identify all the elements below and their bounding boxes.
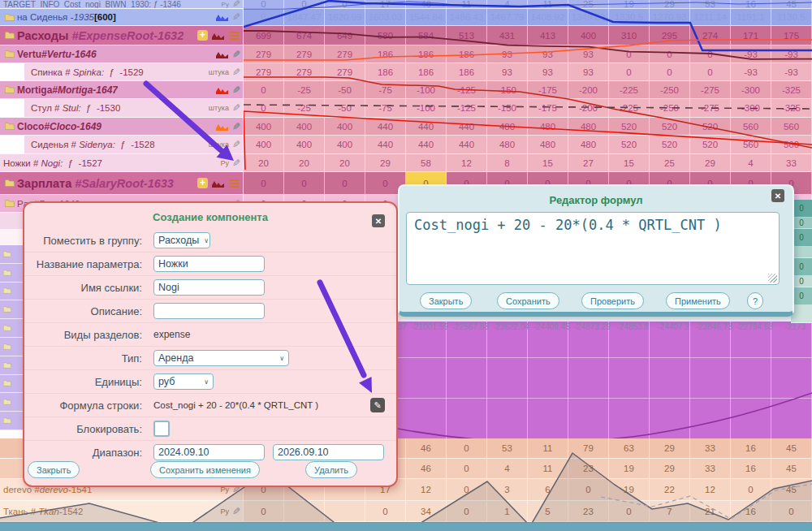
- grid-cell[interactable]: 5: [528, 501, 568, 522]
- grid-cell[interactable]: 29: [650, 0, 690, 9]
- grid-cell[interactable]: 175: [771, 26, 812, 45]
- pencil-icon[interactable]: ✎: [232, 63, 240, 81]
- pencil-icon[interactable]: ✎: [232, 9, 240, 26]
- pencil-icon[interactable]: ✎: [232, 118, 240, 136]
- grid-cell[interactable]: 19: [609, 459, 650, 479]
- row-label-cell[interactable]: Спинка # Spinka: ƒ -1529штука✎: [0, 63, 244, 81]
- chart-icon[interactable]: [212, 32, 224, 40]
- grid-cell[interactable]: 0: [731, 479, 771, 501]
- grid-cell[interactable]: 63: [609, 438, 650, 459]
- grid-cell[interactable]: 560: [731, 136, 771, 154]
- grid-cell[interactable]: 186: [406, 45, 447, 63]
- menu-icon[interactable]: [229, 179, 240, 188]
- grid-cell[interactable]: 279: [325, 63, 365, 81]
- folder-icon[interactable]: [5, 123, 15, 130]
- close-dialog-button[interactable]: Закрыть: [28, 461, 80, 478]
- grid-cell[interactable]: 23: [568, 501, 609, 522]
- row-label-cell[interactable]: Ткань # Tkan-1542Ру✎: [0, 501, 244, 522]
- row-label-cell[interactable]: Расходы #ExpenseRoot-1632+: [0, 26, 244, 45]
- grid-cell[interactable]: 413: [528, 26, 568, 45]
- grid-cell[interactable]: -93: [731, 45, 771, 63]
- grid-cell[interactable]: 33: [690, 459, 731, 479]
- grid-cell[interactable]: 400: [284, 136, 325, 154]
- pencil-icon[interactable]: ✎: [232, 81, 240, 99]
- grid-cell[interactable]: 279: [284, 63, 325, 81]
- save-changes-button[interactable]: Сохранить изменения: [150, 461, 260, 478]
- grid-cell[interactable]: 0: [609, 501, 650, 522]
- grid-cell[interactable]: 400: [568, 26, 609, 45]
- grid-cell[interactable]: -25: [284, 81, 325, 99]
- grid-cell[interactable]: 0: [244, 9, 284, 26]
- grid-cell[interactable]: 520: [609, 136, 650, 154]
- grid-cell[interactable]: 4: [487, 459, 528, 479]
- grid-cell[interactable]: 53: [690, 0, 731, 9]
- check-button[interactable]: Проверить: [581, 292, 644, 309]
- grid-cell[interactable]: 279: [325, 45, 365, 63]
- chart-icon[interactable]: [216, 13, 228, 21]
- grid-cell[interactable]: 520: [690, 118, 731, 136]
- grid-cell[interactable]: 279: [244, 63, 284, 81]
- grid-cell[interactable]: 1330.5: [609, 9, 650, 26]
- grid-cell[interactable]: 649: [325, 26, 365, 45]
- chart-icon[interactable]: [216, 123, 228, 131]
- grid-cell[interactable]: 295: [650, 26, 690, 45]
- grid-cell[interactable]: 27: [568, 154, 609, 172]
- folder-icon[interactable]: [5, 32, 15, 39]
- grid-cell[interactable]: 20: [325, 154, 365, 172]
- grid-cell[interactable]: 400: [244, 136, 284, 154]
- grid-cell[interactable]: -225: [609, 81, 650, 99]
- grid-cell[interactable]: 46: [406, 438, 447, 459]
- apply-button[interactable]: Применить: [666, 292, 730, 309]
- pencil-icon[interactable]: ✎: [232, 501, 240, 522]
- grid-cell[interactable]: 1467.79: [487, 9, 528, 26]
- row-label-cell[interactable]: на Сиденья -1935[600]✎: [0, 9, 244, 26]
- grid-cell[interactable]: 93: [487, 45, 528, 63]
- row-label-cell[interactable]: Стул # Stul: ƒ -1530штука✎: [0, 99, 244, 118]
- grid-cell[interactable]: 1191.1: [731, 9, 771, 26]
- pencil-icon[interactable]: ✎: [232, 99, 240, 118]
- grid-cell[interactable]: 45: [771, 0, 812, 9]
- grid-cell[interactable]: -150: [487, 81, 528, 99]
- grid-cell[interactable]: 16: [731, 459, 771, 479]
- grid-cell[interactable]: 513: [447, 26, 487, 45]
- grid-cell[interactable]: 93: [528, 63, 568, 81]
- grid-cell[interactable]: -93: [771, 45, 812, 63]
- chart-icon[interactable]: [212, 179, 224, 188]
- grid-cell[interactable]: 520: [609, 118, 650, 136]
- grid-cell[interactable]: 1349.83: [568, 9, 609, 26]
- close-button[interactable]: ✕: [771, 189, 784, 202]
- folder-icon[interactable]: [5, 14, 15, 21]
- grid-cell[interactable]: 33: [690, 438, 731, 459]
- grid-cell[interactable]: -200: [568, 99, 609, 118]
- grid-cell[interactable]: 4: [731, 154, 771, 172]
- grid-cell[interactable]: 560: [771, 118, 812, 136]
- grid-cell[interactable]: 0: [325, 172, 365, 195]
- grid-cell[interactable]: 34: [406, 501, 447, 522]
- grid-cell[interactable]: 29: [690, 154, 731, 172]
- grid-cell[interactable]: 1211.14: [690, 9, 731, 26]
- grid-cell[interactable]: 1: [487, 501, 528, 522]
- edit-formula-button[interactable]: ✎: [370, 398, 385, 412]
- grid-cell[interactable]: 46: [406, 459, 447, 479]
- grid-cell[interactable]: 22: [650, 479, 690, 501]
- save-button[interactable]: Сохранить: [497, 292, 559, 309]
- grid-cell[interactable]: [325, 501, 365, 522]
- grid-cell[interactable]: -300: [731, 81, 771, 99]
- grid-cell[interactable]: 29: [650, 459, 690, 479]
- grid-cell[interactable]: 440: [447, 118, 487, 136]
- grid-cell[interactable]: 279: [244, 45, 284, 63]
- grid-cell[interactable]: 431: [487, 26, 528, 45]
- resize-handle[interactable]: [768, 274, 777, 283]
- grid-cell[interactable]: -93: [771, 63, 812, 81]
- grid-cell[interactable]: 400: [244, 118, 284, 136]
- grid-cell[interactable]: 0: [447, 438, 487, 459]
- grid-cell[interactable]: 15: [528, 154, 568, 172]
- grid-cell[interactable]: 480: [528, 118, 568, 136]
- grid-cell[interactable]: 20: [284, 154, 325, 172]
- grid-cell[interactable]: -75: [365, 81, 406, 99]
- grid-cell[interactable]: 7: [650, 501, 690, 522]
- grid-cell[interactable]: 584: [406, 26, 447, 45]
- grid-cell[interactable]: 93: [568, 63, 609, 81]
- grid-cell[interactable]: 186: [365, 63, 406, 81]
- grid-cell[interactable]: 17: [365, 0, 406, 9]
